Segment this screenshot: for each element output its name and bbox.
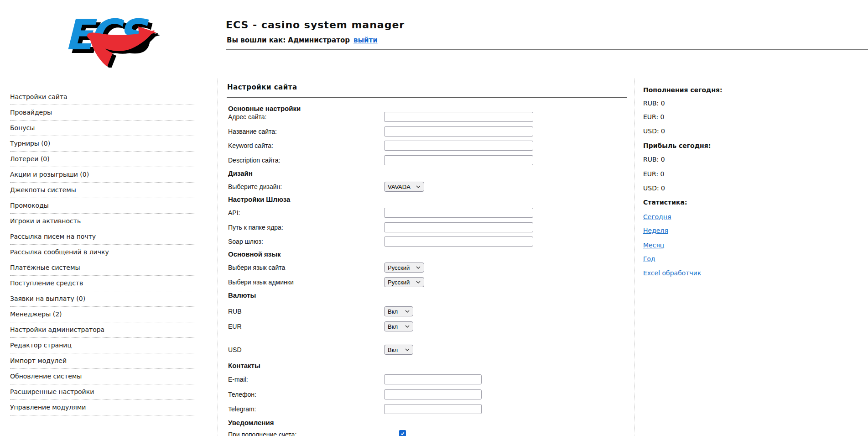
site-language-label: Выбери язык сайта xyxy=(228,263,285,273)
rub-label: RUB xyxy=(228,306,242,316)
chevron-down-icon xyxy=(416,266,421,269)
sidebar-item-incoming-funds[interactable]: Поступление средств xyxy=(10,276,195,291)
email-label: E-mail: xyxy=(228,374,248,384)
sidebar-item-bonuses[interactable]: Бонусы xyxy=(10,121,195,136)
row-site-language: Выбери язык сайта Русский xyxy=(228,263,629,273)
site-description-input[interactable] xyxy=(384,155,533,165)
eur-select[interactable]: Вкл xyxy=(384,321,413,331)
deposits-eur: EUR: 0 xyxy=(643,112,664,122)
section-design: Дизайн xyxy=(228,168,253,179)
stats-link-month[interactable]: Месяц xyxy=(643,242,664,249)
site-name-input[interactable] xyxy=(384,126,533,137)
stats-link-today[interactable]: Сегодня xyxy=(643,213,671,221)
deposits-rub: RUB: 0 xyxy=(643,98,665,108)
row-soap-gateway: Soap шлюз: xyxy=(228,236,629,247)
row-currency-eur: EUR Вкл xyxy=(228,321,629,331)
sidebar-item-providers[interactable]: Провайдеры xyxy=(10,105,195,121)
sidebar-item-page-editor[interactable]: Редактор страниц xyxy=(10,338,195,353)
ecs-logo: ECS ECS xyxy=(62,8,161,68)
sidebar: Настройки сайта Провайдеры Бонусы Турнир… xyxy=(10,89,195,415)
row-telegram: Telegram: xyxy=(228,404,629,414)
statistics-title: Статистика: xyxy=(643,197,687,207)
design-select[interactable]: VAVADA xyxy=(384,182,424,192)
sidebar-item-promotions[interactable]: Акции и розыгрыши (0) xyxy=(10,167,195,183)
admin-language-label: Выбери язык админки xyxy=(228,277,294,287)
sidebar-item-system-update[interactable]: Обновление системы xyxy=(10,369,195,384)
page-title: ECS - casino system manager xyxy=(226,19,405,31)
usd-select[interactable]: Вкл xyxy=(384,345,413,355)
sidebar-item-payment-systems[interactable]: Платёжные системы xyxy=(10,260,195,276)
header-divider xyxy=(226,49,868,50)
rub-select[interactable]: Вкл xyxy=(384,306,413,316)
site-address-input[interactable] xyxy=(384,112,533,122)
sidebar-item-site-settings[interactable]: Настройки сайта xyxy=(10,89,195,105)
sidebar-item-email-mailing[interactable]: Рассылка писем на почту xyxy=(10,229,195,245)
email-field[interactable] xyxy=(384,374,482,384)
soap-gateway-input[interactable] xyxy=(384,236,533,247)
form-title-divider xyxy=(227,97,627,98)
sidebar-item-tournaments[interactable]: Турниры (0) xyxy=(10,136,195,152)
section-notifications: Уведомления xyxy=(228,418,274,428)
row-email: E-mail: xyxy=(228,374,629,384)
row-site-description: Description сайта: xyxy=(228,155,629,165)
site-name-label: Название сайта: xyxy=(228,126,277,137)
stats-link-excel[interactable]: Excel обработчик xyxy=(643,269,701,277)
soap-gateway-label: Soap шлюз: xyxy=(228,236,263,247)
profit-eur: EUR: 0 xyxy=(643,169,664,179)
logout-link[interactable]: выйти xyxy=(353,36,378,44)
eur-label: EUR xyxy=(228,321,242,331)
sidebar-item-admin-settings[interactable]: Настройки администратора xyxy=(10,322,195,338)
section-currencies: Валюты xyxy=(228,290,256,300)
deposits-today-title: Пополнения сегодня: xyxy=(643,85,722,95)
site-language-select[interactable]: Русский xyxy=(384,263,424,273)
usd-label: USD xyxy=(228,345,242,355)
profit-rub: RUB: 0 xyxy=(643,154,665,164)
sidebar-item-lotteries[interactable]: Лотереи (0) xyxy=(10,152,195,167)
sidebar-item-advanced-settings[interactable]: Расширенные настройки xyxy=(10,384,195,400)
telegram-field[interactable] xyxy=(384,404,482,414)
usd-value: Вкл xyxy=(388,347,398,353)
sidebar-item-module-import[interactable]: Импорт модулей xyxy=(10,353,195,369)
sidebar-item-payout-requests[interactable]: Заявки на выплату (0) xyxy=(10,291,195,307)
form-title: Настройки сайта xyxy=(227,83,297,91)
stats-link-year[interactable]: Год xyxy=(643,255,655,263)
login-status-text: Вы вошли как: Администратор xyxy=(227,36,350,44)
phone-field[interactable] xyxy=(384,389,482,399)
api-input[interactable] xyxy=(384,208,533,218)
row-design-select: Выберите дизайн: VAVADA xyxy=(228,182,629,192)
admin-language-value: Русский xyxy=(388,279,410,286)
sidebar-item-module-management[interactable]: Управление модулями xyxy=(10,400,195,415)
chevron-down-icon xyxy=(416,185,421,188)
profit-usd: USD: 0 xyxy=(643,183,665,193)
telegram-label: Telegram: xyxy=(228,404,256,414)
left-content-separator xyxy=(218,79,218,436)
row-site-address: Адрес сайта: xyxy=(228,112,629,122)
row-api: API: xyxy=(228,208,629,218)
section-gateway: Настройки Шлюза xyxy=(228,194,290,205)
sidebar-item-promocodes[interactable]: Промокоды xyxy=(10,198,195,214)
admin-language-select[interactable]: Русский xyxy=(384,277,424,287)
site-keyword-input[interactable] xyxy=(384,141,533,151)
chevron-down-icon xyxy=(405,348,410,351)
row-core-path: Путь к папке ядра: xyxy=(228,222,629,232)
section-language: Основной язык xyxy=(228,249,281,259)
row-site-keyword: Keyword сайта: xyxy=(228,141,629,151)
stats-link-week[interactable]: Неделя xyxy=(643,227,668,234)
row-phone: Телефон: xyxy=(228,389,629,399)
row-site-name: Название сайта: xyxy=(228,126,629,137)
right-content-separator xyxy=(634,79,634,436)
row-currency-usd: USD Вкл xyxy=(228,345,629,355)
sidebar-item-pm-mailing[interactable]: Рассылка сообщений в личку xyxy=(10,245,195,260)
sidebar-item-players[interactable]: Игроки и активность xyxy=(10,214,195,229)
deposit-notify-checkbox[interactable] xyxy=(399,430,406,436)
section-contacts: Контакты xyxy=(228,361,260,371)
deposits-usd: USD: 0 xyxy=(643,126,665,136)
core-path-input[interactable] xyxy=(384,222,533,232)
deposit-notify-label: При пополнение счета: xyxy=(228,430,296,436)
sidebar-item-managers[interactable]: Менеджеры (2) xyxy=(10,307,195,322)
rub-value: Вкл xyxy=(388,308,398,315)
site-address-label: Адрес сайта: xyxy=(228,112,267,122)
check-icon xyxy=(400,431,405,436)
sidebar-item-jackpots[interactable]: Джекпоты системы xyxy=(10,183,195,198)
chevron-down-icon xyxy=(405,310,410,313)
